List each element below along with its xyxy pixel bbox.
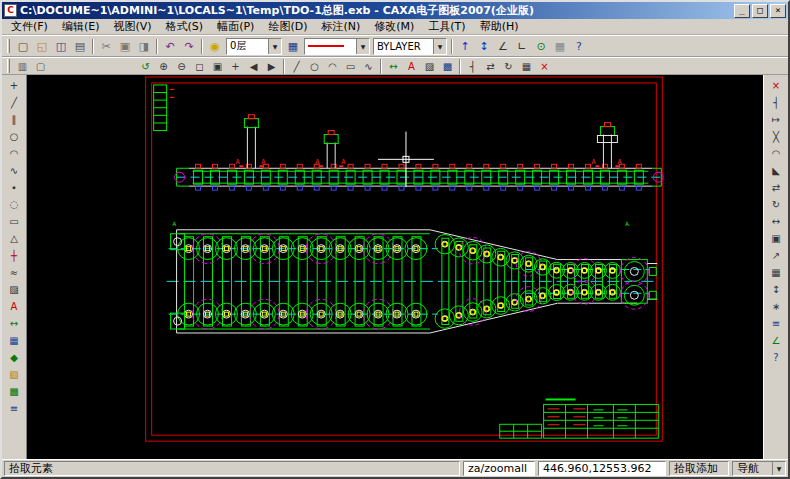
minimize-button[interactable]: _ (734, 4, 750, 18)
explode-icon[interactable]: ∗ (767, 298, 786, 314)
redraw-icon[interactable]: ↺ (137, 59, 154, 74)
centerline-tool-icon[interactable]: ┼ (5, 247, 24, 263)
chevron-down-icon[interactable]: ▼ (433, 39, 446, 54)
block-tool-icon[interactable]: ▦ (5, 332, 24, 348)
chevron-down-icon[interactable]: ▼ (268, 39, 281, 54)
scale-edit-icon[interactable]: ↗ (767, 247, 786, 263)
paste-icon[interactable]: ◨ (135, 37, 153, 55)
hatch-icon[interactable]: ▨ (421, 59, 438, 74)
parallel-tool-icon[interactable]: ∥ (5, 111, 24, 127)
chevron-down-icon[interactable]: ▼ (356, 39, 369, 54)
menu-item-6[interactable]: 标注(N) (314, 19, 367, 34)
menu-item-5[interactable]: 绘图(D) (261, 19, 314, 34)
dimension-tool-icon[interactable]: ↔ (5, 315, 24, 331)
angle-icon[interactable]: ∠ (494, 37, 512, 55)
menu-item-0[interactable]: 文件(F) (4, 19, 55, 34)
properties-tool-icon[interactable]: ≡ (5, 400, 24, 416)
break-icon[interactable]: ╳ (767, 128, 786, 144)
ortho-icon[interactable]: ∟ (513, 37, 531, 55)
offset-tool-icon[interactable]: ≈ (5, 264, 24, 280)
array-edit-icon[interactable]: ▦ (767, 264, 786, 280)
raster-tool-icon[interactable]: ▧ (5, 366, 24, 382)
trim-edit-icon[interactable]: ┤ (767, 94, 786, 110)
spline-tool-icon[interactable]: ∿ (5, 162, 24, 178)
layer-bulb-icon[interactable]: ◉ (206, 37, 224, 55)
line-tool-icon[interactable]: ╱ (5, 94, 24, 110)
delete-icon[interactable]: × (536, 59, 553, 74)
pan-icon[interactable]: + (227, 59, 244, 74)
rotate-icon[interactable]: ↻ (500, 59, 517, 74)
cut-icon[interactable]: ✂ (97, 37, 115, 55)
copy-icon[interactable]: ▣ (116, 37, 134, 55)
snap-icon[interactable]: ⊙ (532, 37, 550, 55)
menu-item-7[interactable]: 修改(M) (367, 19, 421, 34)
up-arrow-icon[interactable]: ↑ (456, 37, 474, 55)
text-tool-icon[interactable]: A (5, 298, 24, 314)
arc-icon[interactable]: ◠ (324, 59, 341, 74)
crosshair-icon[interactable]: + (5, 77, 24, 93)
move-edit-icon[interactable]: ↔ (767, 213, 786, 229)
command-box[interactable]: za/zoomall (463, 461, 535, 476)
line-icon[interactable]: ╱ (288, 59, 305, 74)
circle-tool-icon[interactable]: ○ (5, 128, 24, 144)
spline-icon[interactable]: ∿ (360, 59, 377, 74)
pick-mode-box[interactable]: 拾取添加 (669, 461, 729, 476)
nav-combo[interactable]: 导航 ▼ (732, 461, 786, 476)
rectangle-tool-icon[interactable]: ▭ (5, 213, 24, 229)
circle-icon[interactable]: ○ (306, 59, 323, 74)
maximize-button[interactable]: □ (752, 4, 768, 18)
polygon-tool-icon[interactable]: △ (5, 230, 24, 246)
zoom-window-icon[interactable]: ◻ (191, 59, 208, 74)
menu-item-3[interactable]: 格式(S) (159, 19, 211, 34)
dimension-icon[interactable]: ↔ (385, 59, 402, 74)
trim-icon[interactable]: ┤ (464, 59, 481, 74)
arc-tool-icon[interactable]: ◠ (5, 145, 24, 161)
stretch-icon[interactable]: ↕ (767, 281, 786, 297)
prev-view-icon[interactable]: ◀ (245, 59, 262, 74)
updown-arrow-icon[interactable]: ↕ (475, 37, 493, 55)
title-bar[interactable]: C C:\DOCUME~1\ADMINI~1\LOCALS~1\Temp\TDO… (2, 2, 788, 19)
chamfer-icon[interactable]: ◣ (767, 162, 786, 178)
redo-icon[interactable]: ↷ (180, 37, 198, 55)
menu-item-9[interactable]: 帮助(H) (473, 19, 526, 34)
chevron-down-icon[interactable]: ▼ (772, 462, 785, 475)
zoom-all-icon[interactable]: ▣ (209, 59, 226, 74)
array-icon[interactable]: ▦ (518, 59, 535, 74)
menu-item-2[interactable]: 视图(V) (106, 19, 158, 34)
layer-combo[interactable]: 0层▼ (226, 38, 282, 55)
help-tool-icon[interactable]: ? (767, 349, 786, 365)
toolbar-grip[interactable] (7, 39, 10, 53)
color-combo[interactable]: ▼ (304, 38, 370, 55)
query-icon[interactable]: ? (570, 37, 588, 55)
menu-item-8[interactable]: 工具(T) (421, 19, 472, 34)
menu-item-1[interactable]: 编辑(E) (55, 19, 107, 34)
measure-icon[interactable]: ∠ (767, 332, 786, 348)
save-icon[interactable]: ◫ (52, 37, 70, 55)
new-file-icon[interactable]: ▢ (14, 37, 32, 55)
toolbar-grip[interactable] (7, 59, 10, 73)
copy-edit-icon[interactable]: ▣ (767, 230, 786, 246)
menu-item-4[interactable]: 幅面(P) (210, 19, 261, 34)
mirror-edit-icon[interactable]: ⇄ (767, 179, 786, 195)
hatch-tool-icon[interactable]: ▨ (5, 281, 24, 297)
extend-icon[interactable]: ↦ (767, 111, 786, 127)
grid-icon[interactable]: ▦ (551, 37, 569, 55)
fillet-icon[interactable]: ◠ (767, 145, 786, 161)
rotate-edit-icon[interactable]: ↻ (767, 196, 786, 212)
undo-icon[interactable]: ↶ (161, 37, 179, 55)
library-tool-icon[interactable]: ◆ (5, 349, 24, 365)
erase-icon[interactable]: × (767, 77, 786, 93)
zoom-out-icon[interactable]: ⊖ (173, 59, 190, 74)
toolbar-toggle-icon[interactable]: ▥ (14, 59, 31, 74)
new-window-icon[interactable]: ▢ (32, 59, 49, 74)
layer-manager-icon[interactable]: ▦ (284, 37, 302, 55)
print-icon[interactable]: ▤ (71, 37, 89, 55)
next-view-icon[interactable]: ▶ (263, 59, 280, 74)
point-tool-icon[interactable]: ∙ (5, 179, 24, 195)
block-icon[interactable]: ▩ (439, 59, 456, 74)
layer-tool-icon[interactable]: ▩ (5, 383, 24, 399)
text-icon[interactable]: A (403, 59, 420, 74)
properties-icon[interactable]: ≡ (767, 315, 786, 331)
ellipse-tool-icon[interactable]: ◌ (5, 196, 24, 212)
drawing-canvas[interactable]: AAAAAAAA (27, 75, 763, 459)
